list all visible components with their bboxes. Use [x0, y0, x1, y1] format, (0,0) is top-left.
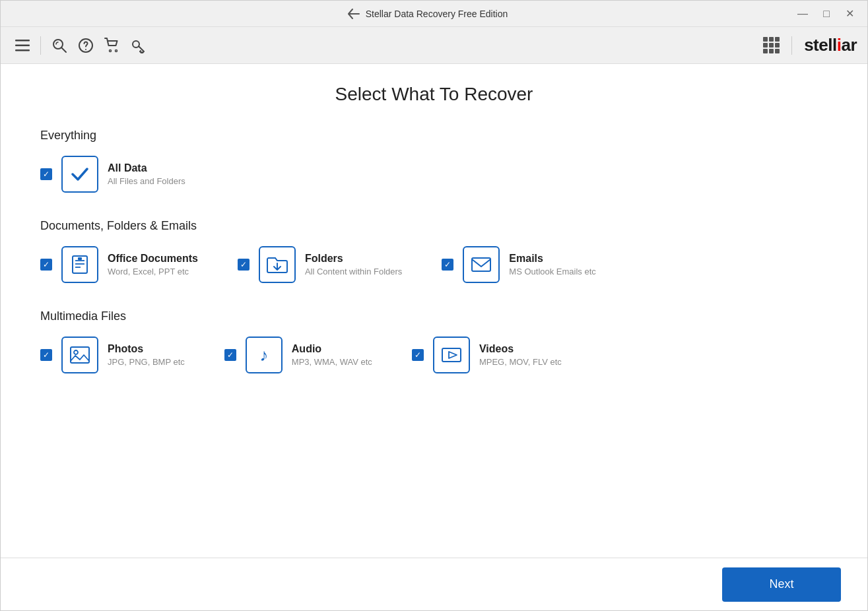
office-docs-text: Office Documents Word, Excel, PPT etc	[108, 253, 198, 276]
stellar-accent: i	[837, 35, 842, 55]
documents-options: Office Documents Word, Excel, PPT etc	[40, 246, 828, 283]
option-office-docs: Office Documents Word, Excel, PPT etc	[40, 246, 198, 283]
hamburger-menu-button[interactable]	[11, 36, 34, 55]
photos-icon	[68, 344, 92, 366]
emails-icon	[469, 253, 493, 276]
office-docs-subtitle: Word, Excel, PPT etc	[108, 267, 198, 276]
office-docs-icon	[69, 253, 91, 276]
svg-rect-16	[71, 347, 89, 363]
checkbox-office-docs[interactable]	[40, 259, 52, 271]
page-title: Select What To Recover	[40, 84, 828, 105]
all-data-icon	[69, 163, 91, 185]
all-data-text: All Data All Files and Folders	[108, 162, 185, 186]
next-button[interactable]: Next	[722, 567, 841, 602]
checkbox-emails[interactable]	[442, 259, 453, 271]
toolbar-separator	[40, 36, 41, 55]
all-data-subtitle: All Files and Folders	[108, 176, 185, 186]
toolbar: stelliar	[1, 27, 867, 64]
toolbar-sep-2	[791, 36, 792, 55]
checkbox-photos[interactable]	[40, 349, 52, 361]
folders-icon	[265, 253, 289, 276]
option-all-data: All Data All Files and Folders	[40, 156, 185, 193]
folders-title: Folders	[305, 253, 402, 265]
section-everything: Everything All Data All Files and Folder…	[40, 129, 828, 193]
key-icon	[131, 38, 147, 53]
photos-text: Photos JPG, PNG, BMP etc	[108, 343, 185, 367]
svg-point-8	[116, 49, 117, 51]
videos-text: Videos MPEG, MOV, FLV etc	[479, 343, 562, 367]
scan-button[interactable]	[48, 34, 71, 57]
minimize-button[interactable]: —	[793, 5, 812, 23]
option-emails: Emails MS Outlook Emails etc	[442, 246, 596, 283]
folders-text: Folders All Content within Folders	[305, 253, 402, 276]
folders-icon-box[interactable]	[259, 246, 296, 283]
cart-button[interactable]	[100, 34, 124, 57]
key-button[interactable]	[127, 34, 150, 57]
cart-icon	[104, 38, 120, 53]
section-label-multimedia: Multimedia Files	[40, 309, 828, 323]
svg-rect-14	[78, 257, 82, 260]
emails-title: Emails	[509, 253, 596, 265]
close-button[interactable]: ✕	[841, 5, 859, 23]
title-bar-center: Stellar Data Recovery Free Edition	[347, 8, 508, 20]
section-documents: Documents, Folders & Emails	[40, 219, 828, 283]
section-label-documents: Documents, Folders & Emails	[40, 219, 828, 233]
svg-text:♪: ♪	[259, 345, 268, 365]
maximize-button[interactable]: □	[817, 5, 836, 23]
help-button[interactable]	[74, 34, 98, 57]
svg-point-7	[110, 49, 112, 51]
title-bar-controls: — □ ✕	[793, 5, 859, 23]
office-docs-icon-box[interactable]	[61, 246, 98, 283]
svg-rect-1	[15, 44, 30, 46]
emails-icon-box[interactable]	[463, 246, 500, 283]
svg-rect-15	[472, 258, 490, 271]
audio-icon: ♪	[252, 344, 276, 366]
office-docs-title: Office Documents	[108, 253, 198, 265]
svg-line-4	[61, 48, 66, 52]
svg-rect-2	[15, 49, 30, 51]
multimedia-options: Photos JPG, PNG, BMP etc ♪ Audio MP3, WM…	[40, 337, 828, 373]
photos-subtitle: JPG, PNG, BMP etc	[108, 357, 185, 367]
footer: Next	[1, 558, 867, 610]
all-data-title: All Data	[108, 162, 185, 174]
svg-point-6	[85, 49, 86, 50]
checkbox-audio[interactable]	[224, 349, 236, 361]
videos-icon-box[interactable]	[433, 337, 470, 373]
checkbox-videos[interactable]	[412, 349, 424, 361]
emails-subtitle: MS Outlook Emails etc	[509, 267, 596, 276]
section-multimedia: Multimedia Files Photos JPG, PNG, B	[40, 309, 828, 373]
back-arrow-icon	[347, 8, 360, 20]
svg-point-17	[74, 350, 78, 354]
help-icon	[78, 38, 94, 53]
option-folders: Folders All Content within Folders	[238, 246, 402, 283]
svg-rect-19	[442, 348, 461, 362]
videos-title: Videos	[479, 343, 562, 355]
hamburger-icon	[15, 40, 30, 51]
audio-subtitle: MP3, WMA, WAV etc	[292, 357, 372, 367]
option-audio: ♪ Audio MP3, WMA, WAV etc	[224, 337, 372, 373]
checkbox-folders[interactable]	[238, 259, 250, 271]
audio-icon-box[interactable]: ♪	[246, 337, 283, 373]
main-content: Select What To Recover Everything All Da…	[1, 64, 867, 558]
app-window: Stellar Data Recovery Free Edition — □ ✕	[0, 0, 868, 611]
videos-icon	[440, 344, 463, 366]
option-videos: Videos MPEG, MOV, FLV etc	[412, 337, 562, 373]
option-photos: Photos JPG, PNG, BMP etc	[40, 337, 185, 373]
everything-options: All Data All Files and Folders	[40, 156, 828, 193]
svg-marker-20	[449, 352, 457, 358]
toolbar-right: stelliar	[763, 35, 857, 55]
folders-subtitle: All Content within Folders	[305, 267, 402, 276]
all-data-icon-box[interactable]	[61, 156, 98, 193]
checkbox-all-data[interactable]	[40, 168, 52, 180]
window-title: Stellar Data Recovery Free Edition	[366, 9, 508, 19]
photos-icon-box[interactable]	[61, 337, 98, 373]
title-bar: Stellar Data Recovery Free Edition — □ ✕	[1, 1, 867, 27]
audio-title: Audio	[292, 343, 372, 355]
section-label-everything: Everything	[40, 129, 828, 143]
audio-text: Audio MP3, WMA, WAV etc	[292, 343, 372, 367]
videos-subtitle: MPEG, MOV, FLV etc	[479, 357, 562, 367]
apps-grid-icon[interactable]	[763, 37, 780, 53]
emails-text: Emails MS Outlook Emails etc	[509, 253, 596, 276]
photos-title: Photos	[108, 343, 185, 355]
scan-icon	[51, 38, 67, 53]
